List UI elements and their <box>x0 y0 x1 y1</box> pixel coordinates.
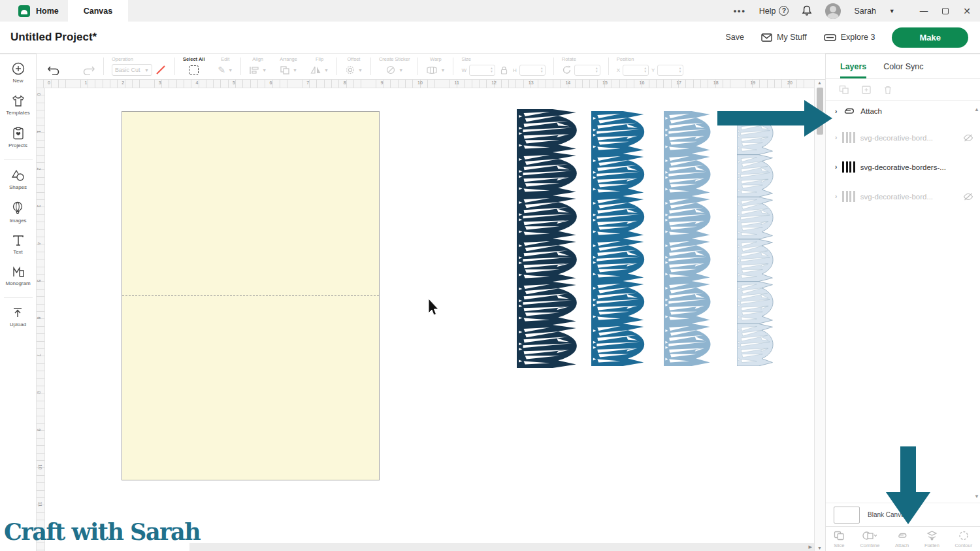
ruler-number: 7 <box>306 80 309 85</box>
combine-icon <box>862 531 877 541</box>
layer-group-attach[interactable]: › Attach <box>826 101 980 122</box>
flatten-button[interactable]: Flatten <box>924 531 939 548</box>
horizontal-ruler: 01234567891011121314151617181920 <box>37 80 814 88</box>
sidebar-item-text[interactable]: Text <box>12 235 24 255</box>
tshirt-icon <box>12 95 25 107</box>
cricut-logo-icon <box>18 5 30 17</box>
combine-label: Combine <box>860 543 879 548</box>
x-input[interactable]: ▲▼ <box>623 65 649 76</box>
contour-button[interactable]: Contour <box>955 531 972 548</box>
overflow-menu-icon[interactable]: ••• <box>734 7 746 16</box>
question-icon: ? <box>779 6 789 16</box>
titlebar: Home Canvas ••• Help ? Sarah ▼ — ✕ <box>0 0 980 22</box>
minimize-button[interactable]: — <box>920 7 928 16</box>
ruler-number: 16 <box>640 80 645 85</box>
delete-button[interactable] <box>883 85 892 95</box>
layer-actions-bar: Slice Combine Attach Flatten Contour <box>826 526 980 551</box>
card-base-shape[interactable] <box>122 111 380 480</box>
avatar[interactable] <box>825 3 841 19</box>
canvas-vertical-scrollbar[interactable]: ▲ ▼ <box>814 80 825 551</box>
ruler-number: 10 <box>417 80 423 85</box>
layer-row-selected[interactable]: › svg-decorative-borders-... <box>826 155 980 179</box>
sidebar-label: Projects <box>8 142 27 148</box>
expand-chevron-icon[interactable]: › <box>835 193 837 200</box>
decorative-border-strip-4[interactable] <box>737 112 774 366</box>
my-stuff-button[interactable]: My Stuff <box>761 33 807 42</box>
user-menu[interactable]: Sarah <box>854 7 875 16</box>
home-tab[interactable]: Home <box>36 7 59 16</box>
expand-chevron-icon[interactable]: › <box>835 163 837 171</box>
layer-thumbnail <box>842 161 855 173</box>
tab-layers[interactable]: Layers <box>840 62 866 78</box>
group-button[interactable] <box>839 85 849 95</box>
warp-menu[interactable]: ▼ <box>426 63 445 77</box>
sidebar-item-upload[interactable]: Upload <box>10 307 26 327</box>
save-button[interactable]: Save <box>726 33 745 42</box>
select-all-button[interactable] <box>189 65 199 75</box>
layer-row[interactable]: › svg-decorative-bord... <box>826 125 980 150</box>
ruler-number: 9 <box>37 429 41 431</box>
pen-color-swatch[interactable] <box>155 65 167 75</box>
undo-button[interactable] <box>47 65 60 75</box>
redo-button[interactable] <box>82 65 95 75</box>
close-button[interactable]: ✕ <box>963 6 971 16</box>
sidebar-item-templates[interactable]: Templates <box>6 95 29 116</box>
attach-button[interactable]: Attach <box>895 531 909 548</box>
ruler-number: 9 <box>380 80 383 85</box>
expand-chevron-icon[interactable]: › <box>835 108 837 115</box>
sidebar-item-new[interactable]: New <box>12 62 25 84</box>
operation-select[interactable]: Basic Cut▼ <box>112 64 152 76</box>
flip-menu[interactable]: ▼ <box>310 63 329 77</box>
layer-row[interactable]: › svg-decorative-bord... <box>826 184 980 209</box>
sidebar-item-images[interactable]: Images <box>9 201 26 224</box>
bell-icon[interactable] <box>802 5 812 16</box>
mouse-cursor <box>426 297 439 317</box>
sidebar-item-projects[interactable]: Projects <box>8 127 27 148</box>
maximize-button[interactable] <box>942 8 949 14</box>
project-header: Untitled Project* Save My Stuff Explore … <box>0 22 980 54</box>
align-icon <box>249 66 259 75</box>
sidebar-item-monogram[interactable]: Monogram <box>5 266 30 286</box>
sidebar-item-shapes[interactable]: Shapes <box>9 169 27 190</box>
decorative-border-strip-1[interactable] <box>517 109 579 368</box>
lock-icon[interactable] <box>500 66 508 75</box>
edit-menu[interactable]: ✎▼ <box>218 63 233 77</box>
duplicate-button[interactable] <box>861 85 872 95</box>
save-label: Save <box>726 33 745 42</box>
height-input[interactable]: ▲▼ <box>519 65 546 76</box>
attach-icon <box>896 531 908 541</box>
ruler-number: 20 <box>787 80 792 85</box>
scroll-up-icon[interactable]: ▲ <box>817 80 822 85</box>
rotate-input[interactable]: ▲▼ <box>574 65 600 76</box>
panel-scroll-up-icon[interactable]: ▲ <box>974 107 979 112</box>
align-menu[interactable]: ▼ <box>249 63 267 77</box>
help-menu[interactable]: Help ? <box>759 6 789 16</box>
ruler-number: 12 <box>491 80 497 85</box>
scroll-down-icon[interactable]: ▼ <box>817 546 822 550</box>
arrange-menu[interactable]: ▼ <box>280 63 297 77</box>
make-button[interactable]: Make <box>892 27 968 48</box>
visibility-off-icon[interactable] <box>963 193 973 201</box>
decorative-border-strip-2[interactable] <box>591 111 646 366</box>
machine-icon <box>824 33 836 42</box>
offset-menu[interactable]: ▼ <box>345 63 363 77</box>
width-input[interactable]: ▲▼ <box>469 65 495 76</box>
expand-chevron-icon[interactable]: › <box>835 134 837 141</box>
project-title: Untitled Project* <box>10 31 97 44</box>
canvas-tab[interactable]: Canvas <box>68 0 128 22</box>
sticker-icon <box>385 65 396 75</box>
canvas-horizontal-scrollbar[interactable]: ▶ <box>189 543 814 551</box>
machine-select[interactable]: Explore 3 <box>824 33 875 42</box>
combine-button[interactable]: Combine <box>860 531 879 548</box>
ruler-number: 1 <box>85 80 88 85</box>
create-sticker-menu[interactable]: ▼ <box>385 63 403 77</box>
decorative-border-strip-3[interactable] <box>664 111 712 366</box>
tab-color-sync[interactable]: Color Sync <box>883 62 923 78</box>
scroll-right-icon[interactable]: ▶ <box>809 544 812 550</box>
slice-button[interactable]: Slice <box>834 531 845 548</box>
ruler-number: 0 <box>48 80 50 85</box>
visibility-off-icon[interactable] <box>963 134 973 142</box>
panel-scroll-down-icon[interactable]: ▼ <box>974 493 979 499</box>
y-input[interactable]: ▲▼ <box>657 65 683 76</box>
layer-label: svg-decorative-bord... <box>860 193 933 201</box>
